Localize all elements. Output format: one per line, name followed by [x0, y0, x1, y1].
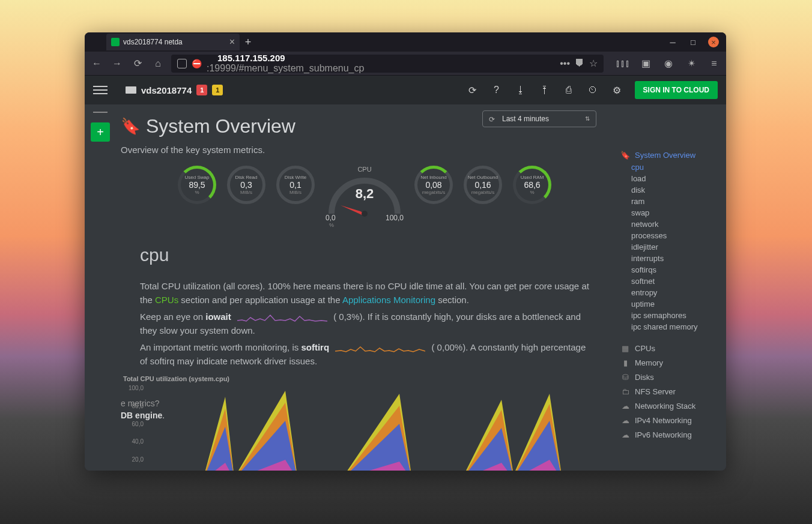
alert-badge-warning[interactable]: 1 [212, 85, 223, 95]
shield-icon[interactable] [177, 59, 187, 68]
sidebar-sub-interrupts[interactable]: interrupts [618, 253, 721, 264]
sidebar-item-ipv6[interactable]: ☁IPv6 Networking [618, 429, 721, 441]
sidebar-item-system-overview[interactable]: 🔖System Overview [618, 149, 721, 161]
sidebar-item-disks[interactable]: ⛁Disks [618, 371, 721, 384]
sidebar-sub-swap[interactable]: swap [618, 207, 721, 218]
page-title: System Overview [146, 115, 295, 137]
sidebar-item-cpus[interactable]: ▦CPUs [618, 342, 721, 355]
sidebar-sub-idlejitter[interactable]: idlejitter [618, 241, 721, 253]
download-icon[interactable]: ⭳ [515, 84, 527, 96]
host-label[interactable]: vds2018774 1 1 [126, 85, 223, 95]
extension-icon[interactable]: ✴ [684, 56, 698, 71]
address-bar[interactable]: ⛔ 185.117.155.209:19999/#menu_system_sub… [171, 55, 604, 73]
svg-marker-0 [341, 205, 365, 216]
pocket-icon[interactable]: ⛊ [575, 58, 584, 69]
gauge-cpu[interactable]: CPU 8,2 0,0100,0 % [326, 166, 404, 228]
grid-icon: ▦ [620, 344, 630, 353]
upload-icon[interactable]: ⭱ [539, 84, 551, 96]
browser-tab[interactable]: vds2018774 netda × [106, 34, 240, 50]
gauge-disk-write[interactable]: Disk Write0,1MiB/s [276, 166, 315, 204]
back-button[interactable]: ← [89, 56, 104, 71]
tab-title: vds2018774 netda [123, 38, 226, 46]
sidebar-sub-processes[interactable]: processes [618, 230, 721, 241]
chart-y-labels: 100,080,060,040,020,00,0 [123, 385, 144, 471]
tab-bar: vds2018774 netda × + ─ □ × [85, 32, 726, 52]
reload-button[interactable]: ⟳ [130, 56, 145, 71]
bookmark-icon[interactable]: ☆ [589, 58, 598, 69]
hamburger-button[interactable] [93, 83, 108, 97]
cloud-icon: ☁ [620, 416, 630, 425]
refresh-icon[interactable]: ⟳ [467, 84, 479, 96]
section-title: cpu [116, 228, 613, 265]
cloud-icon: ☁ [620, 402, 630, 411]
sidebar-item-memory[interactable]: ▮Memory [618, 357, 721, 369]
insecure-icon[interactable]: ⛔ [192, 59, 202, 68]
cpu-chart-plot [147, 385, 592, 471]
alert-badge-critical[interactable]: 1 [196, 85, 207, 95]
new-tab-button[interactable]: + [240, 34, 256, 50]
sidebar-icon[interactable]: ▣ [638, 56, 653, 71]
host-icon [126, 86, 136, 94]
browser-window: vds2018774 netda × + ─ □ × ← → ⟳ ⌂ ⛔ 185… [85, 32, 726, 471]
signin-button[interactable]: SIGN IN TO CLOUD [635, 81, 718, 99]
cpu-desc-1: Total CPU utilization (all cores). 100% … [116, 265, 613, 307]
window-close-icon[interactable]: × [708, 37, 719, 47]
gauge-ram[interactable]: Used RAM68,6% [513, 166, 551, 204]
sidebar-item-nfs[interactable]: 🗀NFS Server [618, 385, 721, 398]
chart-title: Total CPU utilization (system.cpu) [116, 368, 613, 382]
tab-close-icon[interactable]: × [229, 37, 235, 47]
sidebar-sub-softirqs[interactable]: softirqs [618, 264, 721, 276]
gauge-disk-read[interactable]: Disk Read0,3MiB/s [227, 166, 265, 204]
cpu-chart[interactable]: 100,080,060,040,020,00,0 21:47:3021:48:0… [123, 385, 613, 471]
sidebar-sub-cpu[interactable]: cpu [618, 161, 721, 173]
sidebar-sub-ipc-sem[interactable]: ipc semaphores [618, 310, 721, 321]
sidebar-sub-network[interactable]: network [618, 218, 721, 230]
forward-button[interactable]: → [110, 56, 124, 71]
gauge-net-in[interactable]: Net Inbound0,08megabits/s [414, 166, 453, 204]
cpus-link[interactable]: CPUs [155, 295, 178, 305]
help-icon[interactable]: ? [491, 84, 503, 96]
sidebar-sub-ram[interactable]: ram [618, 196, 721, 207]
gauge-cpu-value: 8,2 [326, 186, 404, 202]
home-button[interactable]: ⌂ [151, 56, 165, 71]
apps-link[interactable]: Applications Monitoring [342, 295, 435, 305]
print-icon[interactable]: ⎙ [563, 84, 575, 96]
content-row: Last 4 minutes 🔖 System Overview Overvie… [116, 104, 726, 471]
favicon-icon [111, 38, 120, 46]
sidebar-sub-ipc-shm[interactable]: ipc shared memory [618, 321, 721, 333]
disk-icon: ⛁ [620, 373, 630, 382]
rail-divider [93, 112, 108, 113]
alarm-icon[interactable]: ⏲ [587, 84, 599, 96]
left-rail: + [85, 76, 116, 471]
sidebar-sub-disk[interactable]: disk [618, 184, 721, 196]
page-content: + vds2018774 1 1 ⟳ ? ⭳ ⭱ ⎙ ⏲ ⚙ [85, 76, 726, 471]
library-icon[interactable]: ⫿⫿⫿ [616, 56, 630, 71]
window-minimize-icon[interactable]: ─ [667, 37, 678, 47]
cpu-desc-2: Keep an eye on iowait ( 0,3%). If it is … [116, 307, 613, 337]
gauge-net-out[interactable]: Net Outbound0,16megabits/s [464, 166, 502, 204]
sidebar-sub-entropy[interactable]: entropy [618, 287, 721, 298]
menu-icon[interactable]: ≡ [707, 56, 721, 71]
window-controls: ─ □ × [667, 37, 726, 47]
sidebar-item-ipv4[interactable]: ☁IPv4 Networking [618, 414, 721, 427]
window-maximize-icon[interactable]: □ [688, 37, 698, 47]
account-icon[interactable]: ◉ [661, 56, 676, 71]
overlay-frag2: DB engine. [121, 411, 165, 420]
bookmark-icon: 🔖 [121, 117, 140, 136]
rail-add-button[interactable]: + [91, 122, 110, 142]
page-actions-icon[interactable]: ••• [560, 58, 570, 69]
sidebar-sub-uptime[interactable]: uptime [618, 298, 721, 310]
url-text: 185.117.155.209:19999/#menu_system_subme… [207, 53, 555, 74]
timerange-select[interactable]: Last 4 minutes [482, 110, 596, 127]
settings-icon[interactable]: ⚙ [611, 84, 623, 96]
gauges-row: Used Swap89,5% Disk Read0,3MiB/s Disk Wr… [116, 155, 613, 228]
cpu-desc-3: An important metric worth monitoring, is… [116, 337, 613, 368]
right-sidebar: 🔖System Overview cpu load disk ram swap … [613, 104, 726, 471]
gauge-swap[interactable]: Used Swap89,5% [178, 166, 216, 204]
toolbar-extensions: ⫿⫿⫿ ▣ ◉ ✴ ≡ [610, 56, 721, 71]
host-name: vds2018774 [141, 85, 192, 95]
folder-icon: 🗀 [620, 387, 630, 396]
sidebar-sub-softnet[interactable]: softnet [618, 276, 721, 287]
sidebar-sub-load[interactable]: load [618, 173, 721, 184]
sidebar-item-net-stack[interactable]: ☁Networking Stack [618, 400, 721, 412]
